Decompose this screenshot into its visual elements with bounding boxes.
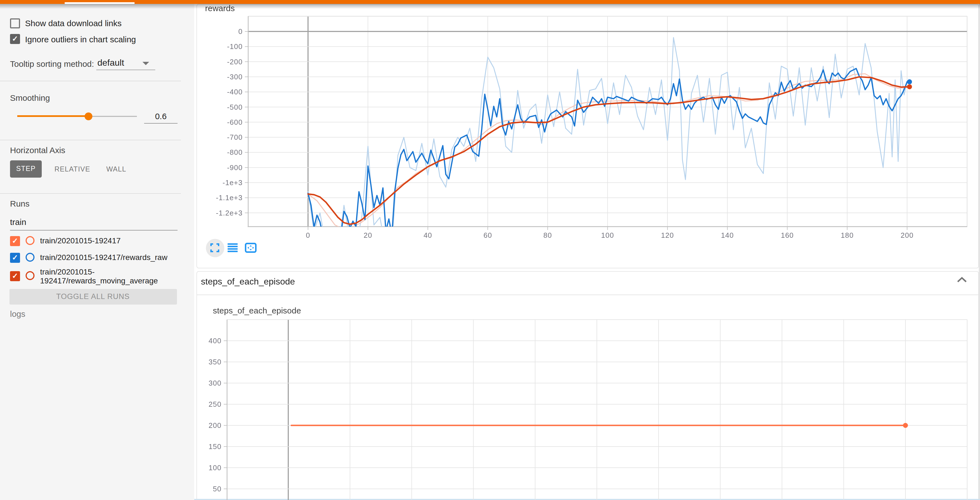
divider (0, 140, 181, 140)
show-data-download-links-label: Show data download links (25, 18, 122, 28)
svg-text:-1e+3: -1e+3 (223, 178, 243, 186)
divider (0, 80, 181, 81)
settings-sidebar: Show data download links ✓ Ignore outlie… (0, 0, 194, 500)
svg-text:40: 40 (423, 231, 432, 239)
smoothing-slider-fill (17, 115, 89, 117)
header-shadow (0, 4, 980, 9)
smoothing-label: Smoothing (10, 93, 50, 102)
run-isolate-radio[interactable] (25, 253, 35, 261)
svg-text:350: 350 (209, 358, 221, 366)
svg-text:60: 60 (483, 231, 492, 239)
svg-text:-100: -100 (227, 42, 243, 50)
tensorboard-page: Show data download links ✓ Ignore outlie… (0, 0, 980, 500)
svg-text:-400: -400 (227, 88, 243, 96)
svg-text:-800: -800 (227, 148, 243, 156)
fit-domain-icon[interactable] (245, 243, 256, 253)
svg-text:100: 100 (209, 463, 221, 472)
steps-card-header (197, 271, 978, 295)
axis-step-button[interactable]: STEP (10, 160, 42, 178)
rewards-line-chart[interactable]: 0-100-200-300-400-500-600-700-800-900-1e… (248, 16, 967, 226)
svg-text:400: 400 (209, 337, 221, 345)
svg-text:150: 150 (209, 443, 221, 451)
ignore-outliers-checkbox[interactable]: ✓ (10, 34, 20, 44)
run-label: train/20201015-192417/rewards_raw (40, 253, 167, 262)
smoothing-value-underline (144, 123, 178, 123)
svg-text:100: 100 (601, 231, 614, 239)
app-header-bar (0, 0, 980, 4)
svg-text:0: 0 (306, 231, 310, 239)
runs-label: Runs (10, 199, 30, 208)
svg-text:-200: -200 (227, 57, 243, 66)
svg-text:120: 120 (661, 231, 674, 239)
ignore-outliers-label: Ignore outliers in chart scaling (25, 34, 136, 44)
run-isolate-radio[interactable] (25, 271, 35, 280)
vertical-scrollbar[interactable] (978, 4, 980, 500)
svg-text:200: 200 (901, 231, 913, 239)
run-label: train/20201015-192417 (40, 237, 121, 245)
fullscreen-icon[interactable] (210, 243, 219, 252)
steps-section-title: steps_of_each_episode (201, 277, 295, 287)
svg-text:80: 80 (543, 231, 552, 239)
svg-text:-1.1e+3: -1.1e+3 (216, 193, 243, 202)
horizontal-axis-label: Horizontal Axis (10, 145, 65, 155)
svg-text:0: 0 (239, 27, 243, 35)
lines-icon[interactable] (228, 243, 238, 252)
active-tab-underline (65, 2, 135, 4)
dropdown-arrow-icon[interactable] (142, 62, 149, 65)
svg-text:20: 20 (364, 231, 372, 239)
steps-line-chart[interactable]: 40035030025020015010050 (227, 320, 967, 500)
run-checkbox[interactable]: ✓ (10, 236, 20, 246)
svg-text:-700: -700 (227, 133, 243, 141)
run-checkbox[interactable]: ✓ (10, 253, 20, 263)
steps-chart-title: steps_of_each_episode (213, 306, 301, 315)
tooltip-sorting-label: Tooltip sorting method: (10, 59, 94, 68)
divider (0, 193, 181, 193)
svg-text:140: 140 (721, 231, 734, 239)
svg-text:-500: -500 (227, 103, 243, 111)
svg-text:-1.2e+3: -1.2e+3 (216, 209, 243, 217)
run-checkbox[interactable]: ✓ (10, 271, 20, 281)
svg-text:-600: -600 (227, 118, 243, 126)
svg-text:-900: -900 (227, 163, 243, 172)
show-data-download-links-checkbox[interactable] (10, 18, 20, 28)
run-isolate-radio[interactable] (25, 236, 35, 245)
smoothing-slider-knob[interactable] (84, 112, 92, 120)
svg-text:300: 300 (209, 379, 221, 387)
runs-filter-underline (10, 230, 178, 231)
axis-relative-button[interactable]: RELATIVE (53, 166, 92, 173)
svg-text:200: 200 (209, 421, 221, 430)
runs-filter-input[interactable]: train (10, 217, 26, 227)
svg-text:-300: -300 (227, 72, 243, 81)
run-label: train/20201015-192417/rewards_moving_ave… (40, 268, 181, 285)
logs-label: logs (10, 309, 25, 318)
chevron-up-icon[interactable] (957, 277, 967, 283)
smoothing-value-input[interactable]: 0.6 (144, 111, 178, 121)
svg-text:250: 250 (209, 400, 221, 408)
toggle-all-runs-button[interactable]: TOGGLE ALL RUNS (9, 289, 177, 304)
svg-text:160: 160 (781, 231, 794, 239)
svg-text:180: 180 (841, 231, 854, 239)
dropdown-underline (96, 69, 155, 70)
axis-wall-button[interactable]: WALL (102, 166, 131, 173)
svg-text:50: 50 (213, 485, 221, 493)
tooltip-sorting-dropdown[interactable]: default (97, 58, 124, 68)
